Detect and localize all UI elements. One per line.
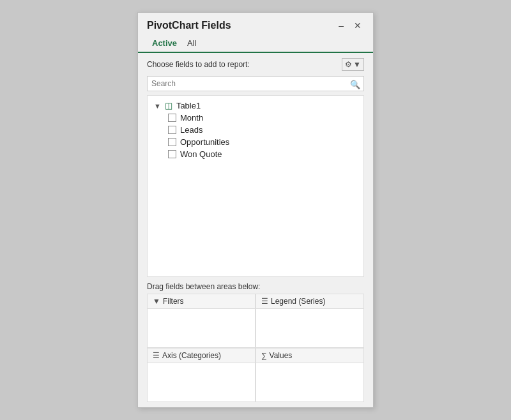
drop-zones: ▼ Filters ☰ Legend (Series) ☰ Axis (Cate… (138, 294, 373, 407)
drop-zone-filters[interactable]: ▼ Filters (147, 294, 256, 348)
fields-label-text: Choose fields to add to report: (147, 60, 250, 69)
tabs-row: Active All (138, 36, 373, 53)
pivotchart-fields-panel: PivotChart Fields – ✕ Active All Choose … (137, 12, 374, 408)
drop-zone-values-label: Values (270, 351, 293, 360)
drop-zone-filters-header: ▼ Filters (148, 294, 255, 309)
field-checkbox-leads[interactable] (168, 126, 176, 134)
drop-zone-axis-label: Axis (Categories) (162, 351, 221, 360)
fields-label-row: Choose fields to add to report: ⚙ ▼ (138, 53, 373, 73)
gear-dropdown-arrow: ▼ (353, 60, 361, 69)
field-label-month: Month (180, 113, 203, 123)
field-checkbox-opportunities[interactable] (168, 138, 176, 146)
close-button[interactable]: ✕ (351, 19, 364, 32)
fields-list: ▼ ◫ Table1 Month Leads Opportunities Won… (147, 95, 364, 277)
table-label: Table1 (176, 101, 201, 110)
field-item-month: Month (148, 112, 363, 124)
drop-zone-legend-header: ☰ Legend (Series) (256, 294, 363, 309)
tab-all[interactable]: All (182, 36, 201, 52)
drop-zone-values-header: ∑ Values (256, 349, 363, 363)
field-checkbox-month[interactable] (168, 114, 176, 122)
drop-zone-legend-content (256, 309, 363, 347)
drop-zone-axis-content (148, 363, 255, 401)
field-label-leads: Leads (180, 125, 202, 135)
drop-zone-legend[interactable]: ☰ Legend (Series) (256, 294, 364, 348)
minimize-button[interactable]: – (336, 19, 346, 32)
drop-zone-filters-content (148, 309, 255, 347)
table-icon: ◫ (165, 101, 172, 110)
drag-label: Drag fields between areas below: (138, 277, 373, 294)
search-row: 🔍 (138, 73, 373, 95)
drop-zone-values-content (256, 363, 363, 401)
filter-icon: ▼ (153, 297, 160, 306)
legend-icon: ☰ (261, 297, 268, 306)
collapse-button[interactable]: ▼ (153, 102, 162, 110)
header-icons: – ✕ (336, 19, 364, 32)
table-row-item: ▼ ◫ Table1 (148, 100, 363, 112)
gear-icon: ⚙ (345, 60, 352, 69)
sigma-icon: ∑ (261, 351, 267, 360)
drop-zone-filters-label: Filters (163, 297, 184, 306)
field-item-opportunities: Opportunities (148, 136, 363, 148)
field-label-won-quote: Won Quote (180, 149, 222, 159)
search-input[interactable] (147, 76, 364, 91)
tab-active[interactable]: Active (147, 36, 182, 52)
field-checkbox-won-quote[interactable] (168, 150, 176, 158)
field-label-opportunities: Opportunities (180, 137, 229, 147)
drop-zone-axis-header: ☰ Axis (Categories) (148, 349, 255, 363)
panel-header: PivotChart Fields – ✕ (138, 13, 373, 36)
drop-zone-values[interactable]: ∑ Values (256, 348, 364, 402)
axis-icon: ☰ (153, 351, 160, 360)
field-item-won-quote: Won Quote (148, 148, 363, 160)
field-item-leads: Leads (148, 124, 363, 136)
drop-zone-legend-label: Legend (Series) (271, 297, 325, 306)
drop-zone-axis[interactable]: ☰ Axis (Categories) (147, 348, 256, 402)
gear-button[interactable]: ⚙ ▼ (342, 58, 364, 71)
panel-title: PivotChart Fields (147, 20, 231, 31)
